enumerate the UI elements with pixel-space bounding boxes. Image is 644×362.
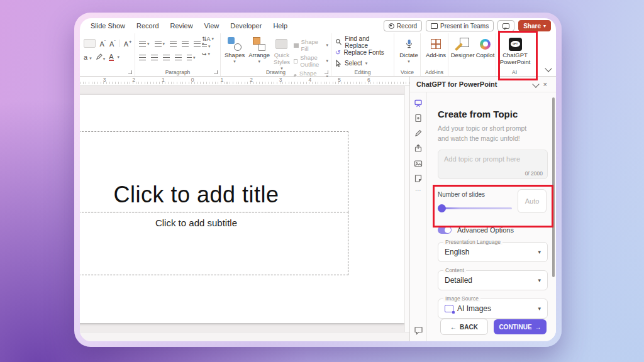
powerpoint-window: Slide ShowRecordReviewViewDeveloperHelp … xyxy=(80,18,556,341)
align-left-icon[interactable] xyxy=(139,55,146,60)
ruler-number: 2 xyxy=(250,77,253,83)
ribbon-group-paragraph: ▾ ▾ ▾ ▾ ⇅A ▾ ▾ ↪ ▾ Pa xyxy=(135,33,221,76)
font-color-icon[interactable]: A xyxy=(109,53,113,61)
font-size-box[interactable] xyxy=(84,39,96,48)
record-label: Record xyxy=(397,23,417,30)
pane-description: Add your topic or short prompt and watch… xyxy=(438,124,538,144)
ruler-number: 5 xyxy=(338,77,341,83)
menu-slide-show[interactable]: Slide Show xyxy=(85,22,131,30)
collapse-ribbon-icon[interactable] xyxy=(545,65,552,72)
ribbon-group-drawing: Shapes▾ Arrange▾ Quick Styles▾ Shape Fil… xyxy=(221,33,331,76)
share-label: Share xyxy=(523,23,541,30)
shape-outline-icon xyxy=(294,59,297,63)
addins-group-label: Add-ins xyxy=(421,69,448,75)
back-button[interactable]: ← BACK xyxy=(440,319,488,335)
present-label: Present in Teams xyxy=(440,23,489,30)
numbering-icon[interactable]: ▾ xyxy=(155,41,165,47)
ruler-number: 2 xyxy=(132,77,135,83)
dropdown-image-source[interactable]: Image SourceAI Images▾ xyxy=(438,299,548,319)
comments-button[interactable] xyxy=(497,20,514,31)
convert-smartart-icon[interactable]: ↪ ▾ xyxy=(202,51,214,57)
image-icon[interactable] xyxy=(414,159,423,168)
pane-footer: ← BACK CONTINUE → xyxy=(438,319,548,341)
menu-help[interactable]: Help xyxy=(267,22,293,30)
shapes-button[interactable]: Shapes▾ xyxy=(225,36,245,64)
present-in-teams-button[interactable]: Present in Teams xyxy=(426,20,494,31)
copilot-button[interactable]: Copilot xyxy=(476,36,495,59)
paragraph-dialog-launcher[interactable] xyxy=(214,70,218,74)
slide[interactable]: Click to add title Click to add subtitle xyxy=(80,95,405,323)
task-pane-title: ChatGPT for PowerPoint xyxy=(416,80,497,88)
comment-icon xyxy=(502,23,509,29)
arrange-icon xyxy=(253,37,265,51)
menu-review[interactable]: Review xyxy=(165,22,199,30)
ruler-number: 0 xyxy=(191,77,194,83)
canvas-scrollbar[interactable] xyxy=(404,86,409,332)
shapes-icon xyxy=(228,37,242,51)
export-icon[interactable] xyxy=(414,144,423,153)
record-button[interactable]: Record xyxy=(384,20,422,31)
ruler-number: 4 xyxy=(309,77,312,83)
align-text-icon[interactable]: ▾ xyxy=(202,44,214,49)
find-replace-button[interactable]: Find and Replace xyxy=(335,37,391,47)
more-options-icon[interactable]: ⋯ xyxy=(415,189,421,192)
shape-fill-button[interactable]: Shape Fill▾ xyxy=(294,38,328,52)
ribbon-group-voice: Dictate▾ Voice xyxy=(394,33,421,76)
columns-icon[interactable]: ▾ xyxy=(187,55,196,60)
font-dialog-launcher[interactable] xyxy=(128,70,132,74)
topic-input[interactable]: Add topic or prompt here 0/ 2000 xyxy=(438,150,548,179)
select-button[interactable]: Select▾ xyxy=(335,58,391,68)
drawing-dialog-launcher[interactable] xyxy=(325,70,328,74)
field-value: AI Images xyxy=(445,304,491,313)
ribbon-group-addins: Add-ins Add-ins xyxy=(421,33,448,76)
chevron-down-icon: ▾ xyxy=(118,55,120,60)
continue-button[interactable]: CONTINUE → xyxy=(494,319,547,334)
designer-button[interactable]: Designer xyxy=(451,36,475,59)
change-case-icon[interactable]: a ▾ xyxy=(84,53,92,61)
arrange-button[interactable]: Arrange▾ xyxy=(248,36,270,64)
highlight-pen-icon[interactable]: ▾ xyxy=(96,53,106,62)
justify-icon[interactable] xyxy=(175,55,182,60)
field-label: Content xyxy=(443,267,466,273)
increase-indent-icon[interactable] xyxy=(182,41,189,47)
status-bar xyxy=(80,332,409,341)
subtitle-placeholder[interactable]: Click to add subtitle xyxy=(80,212,348,275)
chevron-down-icon: ▾ xyxy=(538,305,541,312)
pane-collapse-button[interactable] xyxy=(531,80,541,88)
notes-icon[interactable] xyxy=(414,174,423,183)
grow-font-icon[interactable]: Aˆ xyxy=(99,40,106,48)
field-label: Image Source xyxy=(443,295,480,302)
add-slide-icon[interactable] xyxy=(414,114,423,123)
ruler-number: 3 xyxy=(279,77,282,83)
editing-group-label: Editing xyxy=(331,69,394,75)
align-right-icon[interactable] xyxy=(163,55,170,60)
menu-developer[interactable]: Developer xyxy=(225,22,267,30)
replace-fonts-button[interactable]: ↺ Replace Fonts xyxy=(335,48,391,57)
dictate-button[interactable]: Dictate▾ xyxy=(398,36,419,64)
chat-feedback-icon[interactable] xyxy=(414,326,423,335)
edit-pencil-icon[interactable] xyxy=(414,129,423,138)
microphone-icon xyxy=(404,37,414,51)
dropdown-presentation-language[interactable]: Presentation LanguageEnglish▾ xyxy=(438,242,548,262)
quick-styles-icon xyxy=(275,39,287,49)
shrink-font-icon[interactable]: Aˇ xyxy=(109,40,116,48)
pane-close-button[interactable]: × xyxy=(541,80,550,88)
create-presentation-icon[interactable] xyxy=(414,99,423,107)
dropdown-content[interactable]: ContentDetailed▾ xyxy=(438,270,548,290)
decrease-indent-icon[interactable] xyxy=(170,41,177,47)
title-placeholder[interactable]: Click to add title xyxy=(80,131,348,212)
quick-styles-button[interactable]: Quick Styles▾ xyxy=(274,36,290,71)
chevron-down-icon: ▾ xyxy=(538,277,541,283)
align-center-icon[interactable] xyxy=(151,55,158,60)
addins-button[interactable]: Add-ins xyxy=(425,36,447,59)
bullets-icon[interactable]: ▾ xyxy=(139,41,150,47)
cursor-icon xyxy=(335,60,341,67)
shape-outline-button[interactable]: Shape Outline▾ xyxy=(294,54,328,68)
menu-view[interactable]: View xyxy=(199,22,225,30)
share-button[interactable]: Share▾ xyxy=(518,20,551,31)
ruler-number: 6 xyxy=(367,77,370,83)
drawing-group-label: Drawing xyxy=(221,69,331,75)
text-direction-icon[interactable]: ⇅A ▾ xyxy=(202,36,214,42)
clear-formatting-icon[interactable]: A✦ xyxy=(119,40,132,48)
menu-record[interactable]: Record xyxy=(131,22,164,30)
